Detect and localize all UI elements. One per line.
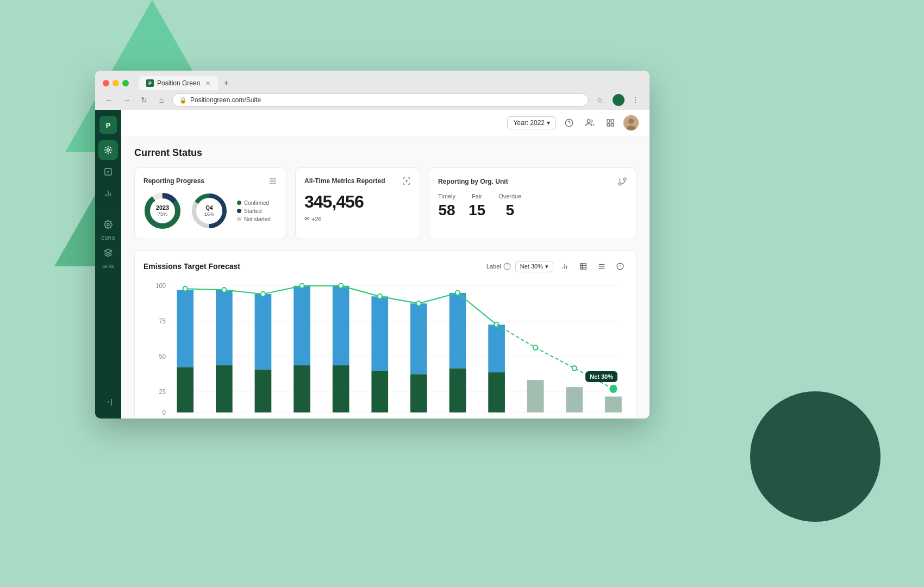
- line-dot-7: [416, 301, 421, 306]
- metrics-value: 345,456: [304, 192, 411, 212]
- sidebar-item-ghg[interactable]: [98, 243, 118, 263]
- bar-9-blue: [488, 324, 505, 372]
- browser-menu-button[interactable]: ⋮: [629, 93, 642, 107]
- url-text: Positiongreen.com/Suite: [190, 96, 261, 104]
- sidebar-item-metrics[interactable]: [98, 140, 118, 160]
- chart-area: 100 75 50 25 0: [143, 280, 627, 419]
- reload-button[interactable]: ↻: [138, 93, 151, 107]
- forecast-dot-2: [572, 366, 577, 371]
- chart-title: Emissions Target Forecast: [143, 262, 240, 271]
- progress-legend: Confirmed Started Not started: [237, 200, 271, 222]
- app-header: Year: 2022 ▾: [121, 110, 650, 136]
- sidebar-collapse-button[interactable]: →|: [98, 394, 118, 409]
- reporting-progress-icon: [269, 177, 277, 185]
- chart-label-group: Label: [486, 263, 511, 270]
- browser-toolbar: ← → ↻ ⌂ 🔒 Positiongreen.com/Suite ☆ ⋮: [95, 90, 650, 110]
- chart-list-view-button[interactable]: [595, 259, 609, 273]
- svg-rect-7: [611, 120, 614, 122]
- svg-point-11: [628, 118, 634, 124]
- line-dot-6: [378, 294, 382, 299]
- active-tab[interactable]: P Position Green ✕: [139, 76, 218, 90]
- traffic-lights: [103, 80, 129, 86]
- svg-point-5: [587, 120, 590, 122]
- bar-11-dark: [566, 387, 583, 413]
- svg-rect-9: [607, 123, 610, 126]
- bar-7-blue: [410, 303, 427, 374]
- close-button[interactable]: [103, 80, 109, 86]
- chart-bar-view-button[interactable]: [558, 259, 572, 273]
- chart-controls: Label Net 30% ▾: [486, 259, 627, 273]
- browser-window: P Position Green ✕ + ← → ↻ ⌂ 🔒 Positiong…: [95, 71, 650, 419]
- dropdown-chevron: ▾: [545, 263, 548, 270]
- bar-4-dark: [294, 365, 310, 413]
- people-button[interactable]: [582, 115, 597, 130]
- cards-row: Reporting Progress: [134, 167, 636, 239]
- tab-title: Position Green: [157, 79, 200, 87]
- year-dropdown-arrow: ▾: [547, 119, 550, 127]
- year-selector[interactable]: Year: 2022 ▾: [507, 116, 556, 129]
- browser-titlebar: P Position Green ✕ +: [95, 71, 650, 90]
- sidebar-item-settings[interactable]: [98, 215, 118, 234]
- sidebar: P: [95, 110, 121, 419]
- sidebar-logo[interactable]: P: [99, 116, 117, 134]
- bar-5-blue: [333, 286, 349, 365]
- bar-8-blue: [449, 293, 466, 369]
- minimize-button[interactable]: [113, 80, 119, 86]
- tab-favicon: P: [146, 79, 154, 87]
- bar-9-dark: [488, 372, 505, 413]
- svg-text:0: 0: [163, 409, 166, 416]
- svg-point-27: [619, 183, 621, 185]
- profile-button[interactable]: [613, 94, 625, 106]
- org-title: Reporting by Org. Unit: [438, 178, 508, 185]
- bar-4-blue: [294, 286, 310, 365]
- line-dot-5: [339, 284, 343, 289]
- bar-1-dark: [177, 367, 193, 412]
- tab-close-icon[interactable]: ✕: [205, 80, 210, 87]
- svg-rect-31: [580, 264, 586, 270]
- bar-3-blue: [255, 294, 272, 370]
- grid-button[interactable]: [603, 115, 618, 130]
- not-started-dot: [237, 217, 241, 221]
- chart-table-view-button[interactable]: [576, 259, 590, 273]
- lock-icon: 🔒: [179, 97, 187, 104]
- line-dot-8: [455, 291, 460, 296]
- main-area: Year: 2022 ▾: [121, 110, 650, 419]
- bar-6-blue: [371, 296, 388, 371]
- legend-confirmed: Confirmed: [237, 200, 271, 206]
- bar-7-dark: [410, 374, 427, 412]
- bar-3-dark: [255, 370, 272, 413]
- new-tab-button[interactable]: +: [219, 76, 233, 90]
- org-stat-timely: Timely 58: [438, 193, 455, 219]
- help-button[interactable]: [561, 115, 577, 130]
- line-dot-1: [183, 286, 188, 291]
- user-avatar[interactable]: [623, 115, 639, 130]
- bookmark-button[interactable]: ☆: [593, 93, 606, 107]
- org-stat-timely-label: Timely: [438, 193, 455, 199]
- sidebar-divider-1: [101, 209, 116, 209]
- svg-rect-6: [607, 120, 610, 122]
- forward-button[interactable]: →: [120, 93, 133, 107]
- sidebar-item-checklist[interactable]: [98, 162, 118, 182]
- maximize-button[interactable]: [122, 80, 129, 86]
- address-bar[interactable]: 🔒 Positiongreen.com/Suite: [172, 93, 589, 107]
- donut-2023: 2023 75%: [143, 192, 182, 230]
- confirmed-dot: [237, 201, 241, 205]
- metrics-sub-icon: ✉: [304, 215, 309, 222]
- home-button[interactable]: ⌂: [155, 93, 168, 107]
- svg-text:100: 100: [155, 283, 166, 289]
- tab-bar: P Position Green ✕ +: [139, 76, 233, 90]
- label-dropdown[interactable]: Net 30% ▾: [515, 261, 553, 272]
- org-stat-fair-value: 15: [469, 202, 485, 219]
- bar-6-dark: [371, 371, 388, 413]
- line-dot-4: [299, 284, 304, 289]
- chart-tooltip: Net 30%: [585, 371, 617, 382]
- sidebar-item-chart[interactable]: [98, 184, 118, 203]
- org-stat-overdue: Overdue 5: [498, 193, 521, 219]
- line-dot-9: [495, 322, 499, 327]
- chart-info-button[interactable]: [613, 259, 627, 273]
- metrics-title: All-Time Metrics Reported: [304, 177, 385, 185]
- svg-text:50: 50: [159, 353, 166, 360]
- bar-1-blue: [177, 290, 193, 367]
- back-button[interactable]: ←: [103, 93, 116, 107]
- emissions-chart-section: Emissions Target Forecast Label Net 30% …: [134, 250, 636, 419]
